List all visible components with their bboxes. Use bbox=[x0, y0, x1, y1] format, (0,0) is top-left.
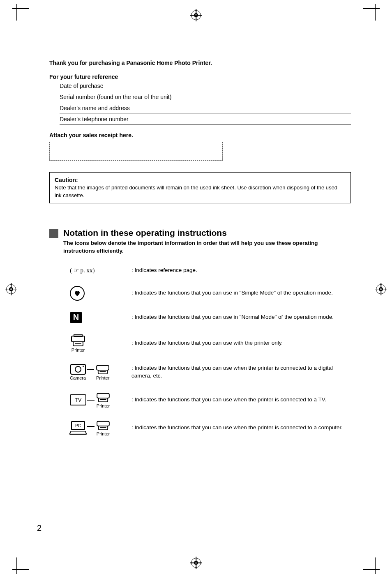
pc-label: PC bbox=[71, 421, 85, 430]
reference-page-desc: : Indicates reference page. bbox=[131, 267, 351, 274]
svg-rect-11 bbox=[99, 426, 108, 430]
svg-rect-5 bbox=[98, 370, 107, 374]
registration-mark-left bbox=[6, 284, 16, 294]
svg-rect-8 bbox=[99, 398, 108, 402]
tv-printer-icon: TV Printer bbox=[70, 392, 131, 408]
registration-mark-bottom bbox=[191, 558, 201, 568]
section-marker-icon bbox=[49, 229, 58, 238]
svg-rect-4 bbox=[97, 365, 109, 370]
printer-icon bbox=[95, 420, 111, 431]
registration-mark-right bbox=[376, 284, 386, 294]
printer-label: Printer bbox=[97, 403, 110, 408]
printer-icon bbox=[95, 392, 111, 403]
camera-label: Camera bbox=[70, 375, 86, 380]
n-icon: N bbox=[70, 312, 82, 323]
printer-label: Printer bbox=[71, 348, 85, 352]
caution-body: Note that the images of printed document… bbox=[55, 184, 346, 200]
attach-receipt-heading: Attach your sales receipt here. bbox=[49, 132, 351, 138]
reference-row-dealer-phone: Dealer's telephone number bbox=[60, 113, 351, 124]
connection-line-icon bbox=[87, 426, 95, 427]
connection-line-icon bbox=[87, 400, 95, 401]
tv-printer-desc: : Indicates the functions that you can u… bbox=[131, 396, 351, 404]
registration-mark-top bbox=[191, 10, 201, 20]
printer-only-desc: : Indicates the functions that you can u… bbox=[131, 339, 351, 347]
printer-only-icon: Printer bbox=[70, 334, 131, 352]
reference-row-serial: Serial number (found on the rear of the … bbox=[60, 91, 351, 102]
camera-printer-desc: : Indicates the functions that you can u… bbox=[131, 364, 351, 380]
receipt-placeholder-box bbox=[49, 142, 223, 161]
pc-printer-desc: : Indicates the functions that you can u… bbox=[131, 424, 351, 432]
svg-rect-2 bbox=[73, 342, 83, 346]
pc-printer-icon: PC Printer bbox=[70, 420, 131, 436]
caution-box: Caution: Note that the images of printed… bbox=[49, 172, 351, 203]
notation-subtitle: The icons below denote the important inf… bbox=[63, 239, 351, 255]
crop-mark-tr bbox=[363, 4, 380, 21]
printer-label: Printer bbox=[96, 375, 109, 380]
page-number: 2 bbox=[37, 523, 42, 533]
future-reference-heading: For your future reference bbox=[49, 74, 351, 80]
simple-mode-desc: : Indicates the functions that you can u… bbox=[131, 289, 351, 297]
crop-mark-bl bbox=[12, 557, 29, 574]
pc-icon: PC bbox=[70, 421, 86, 435]
camera-icon bbox=[70, 364, 86, 375]
tv-icon: TV bbox=[70, 394, 86, 405]
heart-icon bbox=[70, 286, 85, 301]
camera-printer-icon: Camera Printer bbox=[70, 364, 131, 380]
connection-line-icon bbox=[87, 369, 94, 370]
thank-you-heading: Thank you for purchasing a Panasonic Hom… bbox=[49, 60, 351, 66]
simple-mode-icon bbox=[70, 286, 131, 301]
reference-page-icon: ( ☞ p. xx) bbox=[70, 267, 131, 274]
reference-row-date: Date of purchase bbox=[60, 80, 351, 91]
printer-icon bbox=[95, 364, 111, 375]
svg-rect-7 bbox=[97, 393, 109, 398]
reference-symbol-text: ( ☞ p. xx) bbox=[70, 267, 95, 274]
caution-title: Caution: bbox=[55, 176, 346, 184]
svg-rect-10 bbox=[97, 421, 109, 426]
printer-label: Printer bbox=[97, 431, 110, 436]
notation-title: Notation in these operating instructions bbox=[63, 228, 227, 238]
normal-mode-desc: : Indicates the functions that you can u… bbox=[131, 313, 351, 321]
normal-mode-icon: N bbox=[70, 312, 131, 323]
crop-mark-tl bbox=[12, 4, 29, 21]
printer-icon bbox=[70, 334, 86, 347]
crop-mark-br bbox=[363, 557, 380, 574]
reference-row-dealer-name: Dealer's name and address bbox=[60, 102, 351, 113]
